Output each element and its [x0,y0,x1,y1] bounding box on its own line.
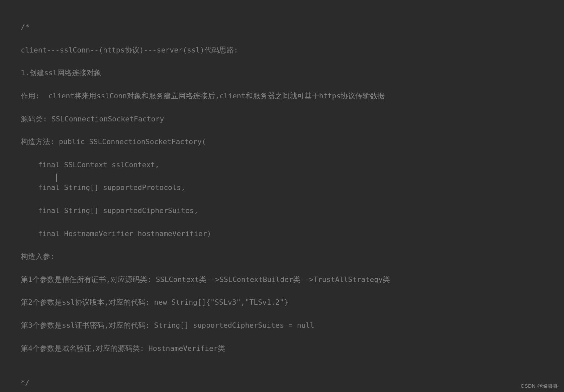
code-line: 第4个参数是域名验证,对应的源码类: HostnameVerifier类 [21,343,564,354]
code-line: final HostnameVerifier hostnameVerifier) [21,228,564,239]
text-cursor-icon [56,174,57,182]
code-line: 第3个参数是ssl证书密码,对应的代码: String[] supportedC… [21,320,564,331]
watermark: CSDN @璐嘟嘟 [521,383,558,389]
code-line: client---sslConn--(https协议)---server(ssl… [21,44,564,56]
code-line: 构造方法: public SSLConnectionSocketFactory( [21,136,564,148]
code-line: */ [21,377,564,389]
code-line: /* [21,21,564,33]
code-line: 构造入参: [21,251,564,262]
code-line: 1.创建ssl网络连接对象 [21,67,564,79]
code-editor[interactable]: /* client---sslConn--(https协议)---server(… [0,0,564,392]
code-line: final String[] supportedCipherSuites, [21,205,564,216]
code-line: 作用: client将来用sslConn对象和服务建立网络连接后,client和… [21,90,564,102]
code-line: final SSLContext sslContext, [21,159,564,171]
code-line: 源码类: SSLConnectionSocketFactory [21,113,564,125]
code-line: 第2个参数是ssl协议版本,对应的代码: new String[]{"SSLv3… [21,297,564,308]
code-line: final String[] supportedProtocols, [21,182,564,193]
code-line: 第1个参数是信任所有证书,对应源码类: SSLContext类-->SSLCon… [21,274,564,285]
